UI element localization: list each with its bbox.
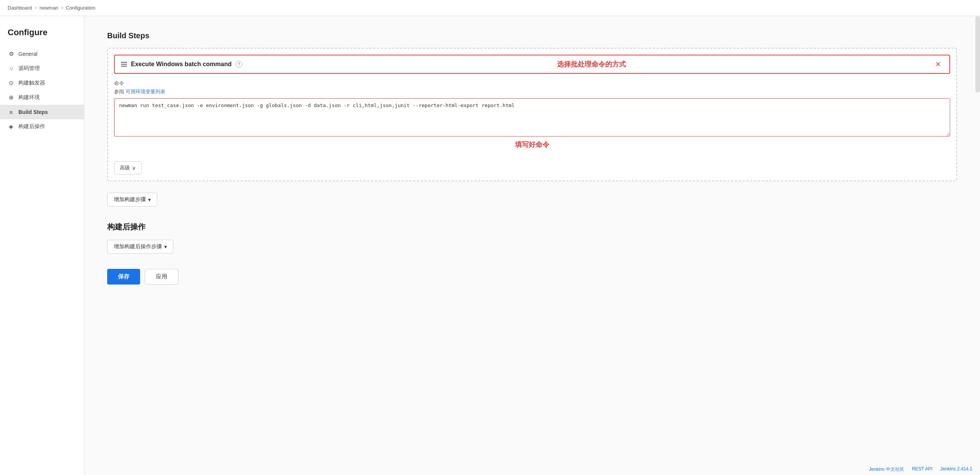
sidebar-item-buildsteps[interactable]: ≡ Build Steps — [0, 105, 84, 119]
page-layout: Configure ⚙ General ⑂ 源码管理 ⊙ 构建触发器 ⊕ 构建环… — [0, 16, 980, 475]
gear-icon: ⚙ — [8, 50, 15, 57]
step-annotation: 选择批处理命令的方式 — [557, 60, 626, 69]
add-post-chevron: ▾ — [164, 244, 167, 250]
add-build-step-button[interactable]: 增加构建步骤 ▾ — [107, 193, 157, 207]
sidebar-item-postbuild[interactable]: ◈ 构建后操作 — [0, 119, 84, 134]
add-post-build-button[interactable]: 增加构建后操作步骤 ▾ — [107, 240, 173, 254]
diamond-icon: ◈ — [8, 123, 15, 130]
footer-link-restapi[interactable]: REST API — [912, 466, 933, 473]
footer: Jenkins 中文社区 REST API Jenkins 2.414.1 — [861, 464, 980, 475]
advanced-button[interactable]: 高级 ∨ — [114, 161, 142, 174]
command-textarea[interactable] — [114, 98, 950, 137]
form-section: 命令 参阅 可用环境变量列表 填写好命令 — [108, 74, 956, 158]
sidebar-item-env[interactable]: ⊕ 构建环境 — [0, 90, 84, 105]
sidebar-item-label-source: 源码管理 — [18, 65, 40, 72]
textarea-annotation: 填写好命令 — [114, 140, 950, 149]
build-steps-title: Build Steps — [107, 31, 957, 40]
sidebar: Configure ⚙ General ⑂ 源码管理 ⊙ 构建触发器 ⊕ 构建环… — [0, 16, 84, 475]
post-build-title: 构建后操作 — [107, 222, 957, 232]
step-header: Execute Windows batch command ? 选择批处理命令的… — [114, 55, 950, 74]
fork-icon: ⑂ — [8, 65, 15, 72]
drag-handle-icon[interactable] — [121, 62, 127, 67]
sidebar-title: Configure — [0, 28, 84, 47]
advanced-label: 高级 — [120, 164, 130, 171]
breadcrumb-item-newman[interactable]: newman — [39, 5, 58, 11]
env-vars-link[interactable]: 可用环境变量列表 — [126, 89, 165, 94]
build-step-card: Execute Windows batch command ? 选择批处理命令的… — [107, 48, 957, 181]
clock-icon: ⊙ — [8, 80, 15, 86]
close-step-button[interactable]: ✕ — [933, 59, 943, 69]
help-icon[interactable]: ? — [235, 61, 242, 68]
apply-button[interactable]: 应用 — [145, 269, 178, 285]
step-title: Execute Windows batch command — [131, 61, 232, 68]
breadcrumb-item-configuration: Configuration — [66, 5, 95, 11]
sidebar-item-general[interactable]: ⚙ General — [0, 47, 84, 61]
add-post-label: 增加构建后操作步骤 — [114, 243, 162, 250]
breadcrumb-item-dashboard[interactable]: Dashboard — [8, 5, 32, 11]
footer-link-community[interactable]: Jenkins 中文社区 — [869, 466, 904, 473]
sidebar-item-label-env: 构建环境 — [18, 94, 40, 101]
breadcrumb: Dashboard > newman > Configuration — [8, 5, 95, 11]
main-content: Build Steps Execute Windows batch comman… — [84, 16, 980, 475]
command-label: 命令 — [114, 80, 950, 87]
sidebar-item-source[interactable]: ⑂ 源码管理 — [0, 61, 84, 76]
topbar: Dashboard > newman > Configuration — [0, 0, 980, 16]
sidebar-item-triggers[interactable]: ⊙ 构建触发器 — [0, 76, 84, 90]
field-note: 参阅 可用环境变量列表 — [114, 88, 950, 95]
save-button[interactable]: 保存 — [107, 269, 140, 285]
sidebar-item-label-buildsteps: Build Steps — [18, 109, 48, 115]
add-step-chevron: ▾ — [148, 197, 151, 203]
scrollbar[interactable] — [975, 16, 980, 93]
step-header-left: Execute Windows batch command ? — [121, 61, 242, 68]
globe-icon: ⊕ — [8, 94, 15, 101]
add-step-label: 增加构建步骤 — [114, 196, 146, 203]
sidebar-item-label-general: General — [18, 51, 38, 57]
chevron-down-icon: ∨ — [132, 165, 136, 171]
breadcrumb-sep-1: > — [34, 5, 38, 11]
footer-version: Jenkins 2.414.1 — [940, 466, 972, 473]
sidebar-item-label-postbuild: 构建后操作 — [18, 123, 45, 130]
sidebar-item-label-triggers: 构建触发器 — [18, 80, 45, 86]
form-actions: 保存 应用 — [107, 269, 957, 285]
list-icon: ≡ — [8, 109, 15, 115]
breadcrumb-sep-2: > — [60, 5, 64, 11]
